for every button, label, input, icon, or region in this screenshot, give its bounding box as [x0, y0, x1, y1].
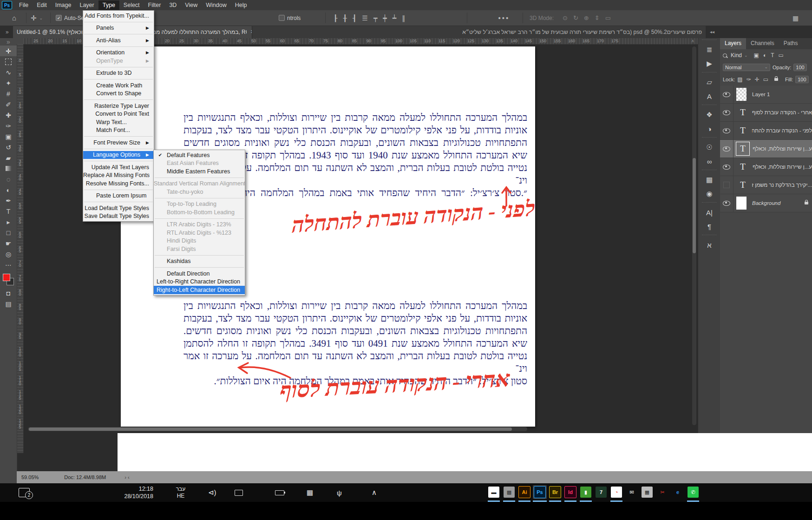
align-bottom-icon[interactable]: ┷ — [393, 14, 396, 22]
lock-pixels-icon[interactable]: ✑ — [747, 76, 751, 83]
character-panel-icon[interactable]: A| — [698, 205, 720, 219]
menubar-item-select[interactable]: Select — [119, 0, 144, 10]
align-middle-icon[interactable]: ┿ — [383, 14, 386, 22]
lock-transparency-icon[interactable]: ▨ — [737, 76, 742, 83]
crop-tool[interactable]: # — [0, 88, 17, 99]
visibility-eye-icon[interactable] — [720, 140, 733, 158]
menubar-item-file[interactable]: File — [15, 0, 33, 10]
menu-item-paste-lorem-ipsum[interactable]: Paste Lorem Ipsum — [83, 192, 154, 200]
workspace-icon[interactable]: ▦ — [792, 14, 799, 22]
layer-name[interactable]: ע...ן שיירות וצוללות, וכאלף — [752, 146, 812, 151]
layer-row[interactable]: Tלפני - הנקודה עוברת להתחלה — [720, 122, 812, 140]
document-tab-psd[interactable]: פרסום שיעורים2.psd @ 50% (בס״ד רשימת שיע… — [252, 26, 706, 38]
menubar-item-type[interactable]: Type — [98, 0, 119, 10]
filter-adjustment-icon[interactable]: ◐ — [763, 52, 766, 59]
move-tool[interactable]: ✛ — [0, 46, 17, 56]
tab-overflow-icon[interactable]: » — [2, 26, 13, 38]
menu-item-save-default-type-styles[interactable]: Save Default Type Styles — [83, 212, 154, 221]
brush-tool[interactable]: ✑ — [0, 120, 17, 131]
horizontal-scrollbar[interactable] — [28, 427, 527, 431]
layer-thumbnail[interactable]: T — [736, 124, 749, 137]
menubar-item-layer[interactable]: Layer — [75, 0, 98, 10]
auto-select-checkbox[interactable]: ✓ — [56, 15, 62, 21]
align-vertical-icon[interactable]: ‖ — [402, 14, 405, 22]
touch-keyboard-icon[interactable]: ▦ — [307, 483, 313, 502]
gradient-tool[interactable] — [0, 163, 17, 174]
menu-item-panels[interactable]: Panels▶ — [83, 24, 154, 33]
distribute-icon[interactable]: ☰ — [362, 14, 368, 22]
align-center-h-icon[interactable]: ╂ — [343, 14, 347, 22]
character-styles-icon[interactable]: A — [698, 89, 720, 103]
screen-mode-icon[interactable]: ▤ — [0, 298, 17, 309]
menu-item-add-fonts-from-typekit[interactable]: Add Fonts from Typekit... — [83, 12, 154, 20]
align-top-icon[interactable]: ┯ — [373, 14, 377, 22]
menu-item-convert-to-point-text[interactable]: Convert to Point Text — [83, 110, 154, 118]
visibility-hidden-box[interactable] — [720, 176, 733, 194]
zoom-level[interactable]: 59.05% — [21, 474, 39, 480]
show-transform-checkbox[interactable] — [279, 15, 285, 21]
layer-row[interactable]: T...יקירך בהדלקת נר משמן זי — [720, 176, 812, 194]
app-movie-maker[interactable]: ▬ — [487, 485, 501, 499]
foreground-color-swatch[interactable] — [3, 274, 10, 281]
menu-item-replace-all-missing-fonts[interactable]: Replace All Missing Fonts — [83, 171, 154, 180]
clone-source-icon[interactable]: ▱ — [698, 75, 720, 89]
chevron-down-icon[interactable]: ⌄ — [39, 16, 43, 20]
marquee-tool[interactable] — [0, 56, 17, 67]
3d-roll-icon[interactable]: ↻ — [573, 14, 578, 21]
vertical-scrollbar[interactable] — [692, 46, 696, 425]
battery-icon[interactable] — [275, 483, 286, 502]
menu-item-right-to-left-character-direction[interactable]: Right-to-Left Character Direction — [154, 286, 245, 294]
blur-tool[interactable]: ◌ — [0, 174, 17, 184]
3d-camera-icon[interactable]: ▭ — [605, 14, 611, 21]
filter-type-icon[interactable]: T — [771, 52, 774, 59]
menu-item-create-work-path[interactable]: Create Work Path — [83, 81, 154, 90]
vertical-scrollbar-thumb[interactable] — [693, 158, 696, 253]
network-icon[interactable] — [235, 483, 243, 502]
status-arrows-icon[interactable]: › ‹ — [124, 474, 129, 480]
visibility-eye-icon[interactable] — [720, 104, 733, 121]
menu-item-load-default-type-styles[interactable]: Load Default Type Styles — [83, 204, 154, 212]
eyedropper-tool[interactable]: ✐ — [0, 99, 17, 110]
quick-mask-icon[interactable]: ◘ — [0, 288, 17, 298]
quick-selection-tool[interactable]: ✦ — [0, 78, 17, 88]
layer-row[interactable]: Tע...ן שיירות וצוללות, וכאלף — [720, 158, 812, 176]
clock[interactable]: 12:18 28/10/2018 — [93, 483, 153, 502]
history-brush-tool[interactable]: ↺ — [0, 142, 17, 152]
layer-thumbnail[interactable] — [736, 197, 747, 210]
app-mail[interactable]: ✉ — [625, 485, 639, 499]
visibility-eye-icon[interactable] — [720, 158, 733, 176]
3d-panel-icon[interactable]: ❖ — [698, 108, 720, 122]
app-bridge[interactable]: Br — [548, 485, 562, 499]
visibility-eye-icon[interactable] — [720, 194, 733, 212]
app-illustrator[interactable]: Ai — [517, 485, 531, 499]
usb-icon[interactable]: ψ — [337, 483, 342, 502]
visibility-eye-icon[interactable] — [720, 86, 733, 103]
layer-thumbnail[interactable] — [736, 88, 747, 101]
tab-layers[interactable]: Layers — [720, 38, 746, 49]
notification-center[interactable]: 2 — [19, 483, 30, 502]
blend-mode-select[interactable]: Normal⌄ — [723, 64, 770, 71]
menu-item-update-all-text-layers[interactable]: Update All Text Layers — [83, 163, 154, 171]
type-tool[interactable]: T — [0, 206, 17, 217]
layer-row[interactable]: Background — [720, 194, 812, 212]
app-edge[interactable]: e — [671, 485, 685, 499]
kind-filter[interactable]: Kind — [731, 52, 742, 59]
lock-artboard-icon[interactable]: ▭ — [763, 76, 768, 83]
layer-name[interactable]: Background — [749, 200, 801, 206]
layer-row[interactable]: Layer 1 — [720, 86, 812, 104]
home-icon[interactable]: ⌂ — [12, 14, 16, 22]
app-photos[interactable]: 7 — [594, 485, 608, 499]
adjustments-icon[interactable]: ◑ — [698, 122, 720, 136]
layer-name[interactable]: אחרי - הנקודה עוברת לסוף — [752, 110, 812, 115]
horizontal-scrollbar-thumb[interactable] — [29, 428, 512, 431]
menu-item-default-direction[interactable]: Default Direction — [154, 270, 245, 278]
photoshop-logo-icon[interactable]: Ps — [2, 1, 12, 9]
app-utility[interactable]: ▩ — [502, 485, 516, 499]
menubar-item-edit[interactable]: Edit — [33, 0, 51, 10]
layer-row[interactable]: Tע...ן שיירות וצוללות, וכאלף — [720, 140, 812, 158]
layer-name[interactable]: ...יקירך בהדלקת נר משמן זי — [752, 182, 812, 188]
collapse-panels-icon[interactable]: ◂◂ — [706, 26, 718, 38]
volume-icon[interactable]: ⊲) — [208, 483, 216, 502]
layer-row[interactable]: Tאחרי - הנקודה עוברת לסוף — [720, 104, 812, 122]
menu-item-extrude-to-3d[interactable]: Extrude to 3D — [83, 69, 154, 78]
